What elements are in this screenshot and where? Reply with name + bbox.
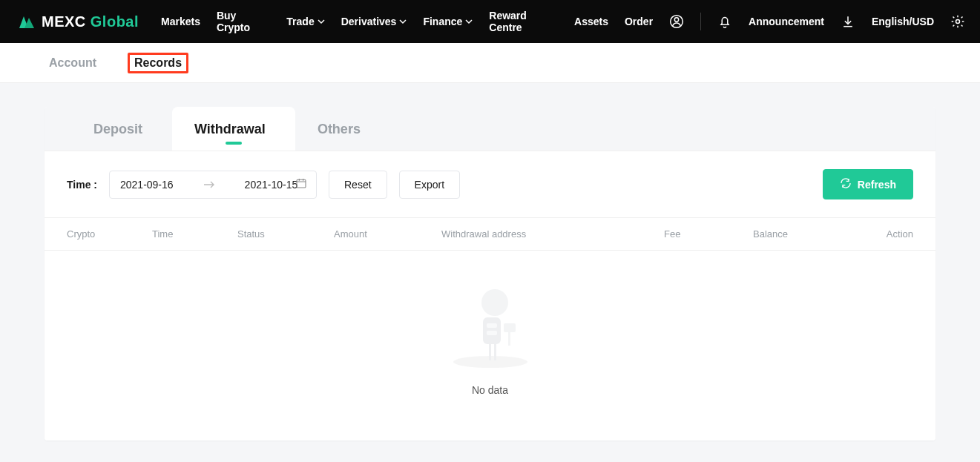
- tab-others[interactable]: Others: [295, 107, 390, 151]
- svg-point-2: [956, 20, 960, 24]
- tab-deposit[interactable]: Deposit: [71, 107, 172, 151]
- th-fee: Fee: [664, 228, 753, 240]
- logo-mark-icon: [15, 13, 37, 30]
- nav-derivatives[interactable]: Derivatives: [341, 16, 407, 27]
- nav-label: Finance: [423, 16, 462, 27]
- th-action: Action: [864, 228, 913, 240]
- svg-rect-8: [487, 331, 497, 335]
- date-from: 2021-09-16: [120, 179, 174, 191]
- reset-button[interactable]: Reset: [329, 171, 387, 199]
- svg-rect-7: [487, 323, 497, 328]
- nav-trade[interactable]: Trade: [286, 16, 324, 27]
- th-crypto: Crypto: [67, 228, 152, 240]
- gear-icon[interactable]: [950, 14, 965, 29]
- nav-right: Assets Order Announcement English/USD: [574, 13, 965, 30]
- logo-text: MEXC: [42, 13, 86, 30]
- bell-icon[interactable]: [717, 14, 732, 29]
- empty-illustration-icon: [446, 288, 535, 369]
- empty-state: No data: [45, 251, 935, 440]
- th-balance: Balance: [753, 228, 864, 240]
- nav-links: Markets Buy Crypto Trade Derivatives Fin…: [161, 10, 559, 33]
- empty-text: No data: [472, 384, 508, 396]
- tab-withdrawal[interactable]: Withdrawal: [172, 107, 295, 151]
- nav-locale[interactable]: English/USD: [872, 16, 934, 27]
- table-header: Crypto Time Status Amount Withdrawal add…: [45, 217, 935, 251]
- svg-point-5: [481, 289, 508, 316]
- nav-label: Buy Crypto: [217, 10, 270, 33]
- divider: [700, 13, 701, 30]
- refresh-button[interactable]: Refresh: [823, 169, 913, 199]
- refresh-label: Refresh: [858, 179, 896, 191]
- svg-point-1: [674, 18, 678, 22]
- svg-rect-9: [489, 344, 491, 360]
- svg-rect-10: [494, 344, 496, 360]
- records-card: Deposit Withdrawal Others Time : 2021-09…: [45, 107, 935, 440]
- nav-label: Trade: [286, 16, 314, 27]
- tab-account[interactable]: Account: [45, 53, 101, 73]
- tab-records[interactable]: Records: [128, 53, 188, 73]
- svg-rect-11: [504, 323, 516, 332]
- svg-rect-3: [297, 179, 306, 188]
- nav-label: Derivatives: [341, 16, 397, 27]
- chevron-down-icon: [318, 18, 325, 25]
- nav-announcement[interactable]: Announcement: [749, 16, 824, 27]
- th-time: Time: [152, 228, 237, 240]
- nav-reward-centre[interactable]: Reward Centre: [489, 10, 559, 33]
- svg-rect-12: [508, 332, 510, 346]
- th-status: Status: [237, 228, 334, 240]
- date-range-picker[interactable]: 2021-09-16 2021-10-15: [109, 171, 317, 199]
- record-type-tabs: Deposit Withdrawal Others: [45, 107, 935, 151]
- nav-finance[interactable]: Finance: [423, 16, 473, 27]
- logo[interactable]: MEXC Global: [15, 13, 139, 30]
- date-to: 2021-10-15: [245, 179, 298, 191]
- top-nav: MEXC Global Markets Buy Crypto Trade Der…: [0, 0, 980, 43]
- refresh-icon: [840, 177, 852, 191]
- chevron-down-icon: [399, 18, 407, 25]
- arrow-right-icon: [203, 179, 215, 191]
- section-tabs: Account Records: [0, 43, 980, 83]
- calendar-icon: [295, 177, 307, 191]
- chevron-down-icon: [465, 18, 473, 25]
- nav-buy-crypto[interactable]: Buy Crypto: [217, 10, 270, 33]
- th-amount: Amount: [334, 228, 441, 240]
- user-icon[interactable]: [669, 14, 684, 29]
- time-label: Time :: [67, 179, 97, 191]
- nav-label: Markets: [161, 16, 200, 27]
- download-icon[interactable]: [841, 14, 855, 29]
- logo-suffix: Global: [91, 13, 139, 30]
- main-container: Deposit Withdrawal Others Time : 2021-09…: [0, 83, 980, 462]
- nav-markets[interactable]: Markets: [161, 16, 200, 27]
- nav-assets[interactable]: Assets: [574, 16, 608, 27]
- filters-row: Time : 2021-09-16 2021-10-15 Reset Expor…: [45, 151, 935, 217]
- nav-order[interactable]: Order: [625, 16, 653, 27]
- nav-label: Reward Centre: [489, 10, 559, 33]
- export-button[interactable]: Export: [399, 171, 460, 199]
- th-address: Withdrawal address: [441, 228, 664, 240]
